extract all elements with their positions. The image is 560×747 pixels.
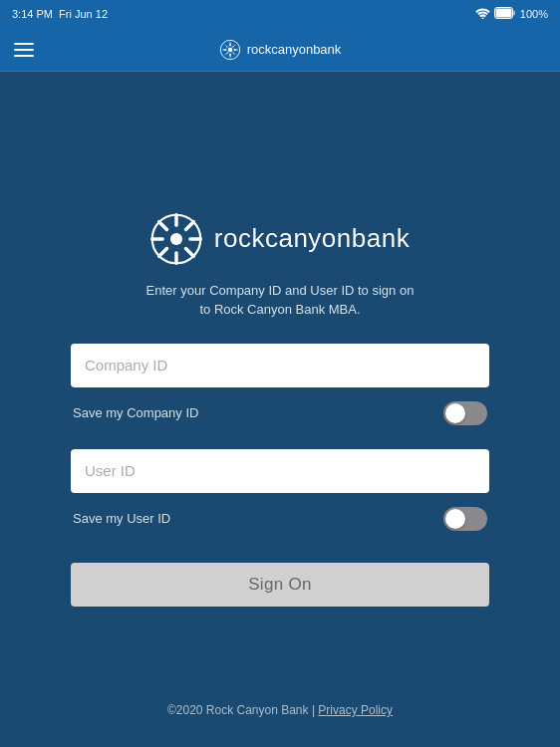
- brand-logo-icon: [150, 213, 202, 265]
- login-subtitle: Enter your Company ID and User ID to sig…: [140, 281, 420, 320]
- save-user-toggle[interactable]: [443, 507, 487, 531]
- nav-brand-name: rockcanyonbank: [247, 42, 342, 57]
- svg-line-14: [158, 248, 166, 256]
- footer-copyright: ©2020 Rock Canyon Bank |: [167, 703, 318, 717]
- status-right: 100%: [475, 7, 548, 21]
- sign-on-button[interactable]: Sign On: [71, 563, 489, 607]
- svg-line-13: [185, 221, 193, 229]
- toggle-knob-company: [445, 403, 465, 423]
- save-user-row: Save my User ID: [71, 499, 489, 539]
- nav-brand: rockcanyonbank: [219, 39, 342, 61]
- user-id-input[interactable]: [71, 449, 489, 493]
- battery-icon: [494, 7, 516, 21]
- svg-rect-3: [495, 9, 511, 18]
- battery-percentage: 100%: [520, 8, 548, 20]
- status-time: 3:14 PM Fri Jun 12: [12, 8, 108, 20]
- user-id-group: [71, 449, 489, 493]
- brand-name: rockcanyonbank: [214, 223, 410, 254]
- svg-point-0: [481, 17, 483, 19]
- save-user-label: Save my User ID: [73, 511, 170, 526]
- svg-line-12: [185, 248, 193, 256]
- nav-bar: rockcanyonbank: [0, 28, 560, 72]
- wifi-icon: [475, 8, 490, 21]
- brand-header: rockcanyonbank: [150, 213, 410, 265]
- footer: ©2020 Rock Canyon Bank | Privacy Policy: [0, 703, 560, 717]
- login-card: rockcanyonbank Enter your Company ID and…: [71, 213, 489, 607]
- nav-logo-icon: [219, 39, 241, 61]
- save-company-label: Save my Company ID: [73, 405, 198, 420]
- save-company-toggle[interactable]: [443, 401, 487, 425]
- svg-rect-2: [513, 11, 515, 16]
- company-id-group: [71, 344, 489, 387]
- privacy-policy-link[interactable]: Privacy Policy: [318, 703, 393, 717]
- toggle-knob-user: [445, 509, 465, 529]
- save-company-row: Save my Company ID: [71, 393, 489, 433]
- svg-point-15: [170, 232, 182, 244]
- company-id-input[interactable]: [71, 344, 489, 387]
- svg-point-5: [227, 47, 231, 51]
- svg-line-11: [158, 221, 166, 229]
- menu-button[interactable]: [14, 43, 34, 57]
- main-content: rockcanyonbank Enter your Company ID and…: [0, 72, 560, 747]
- status-bar: 3:14 PM Fri Jun 12 100%: [0, 0, 560, 28]
